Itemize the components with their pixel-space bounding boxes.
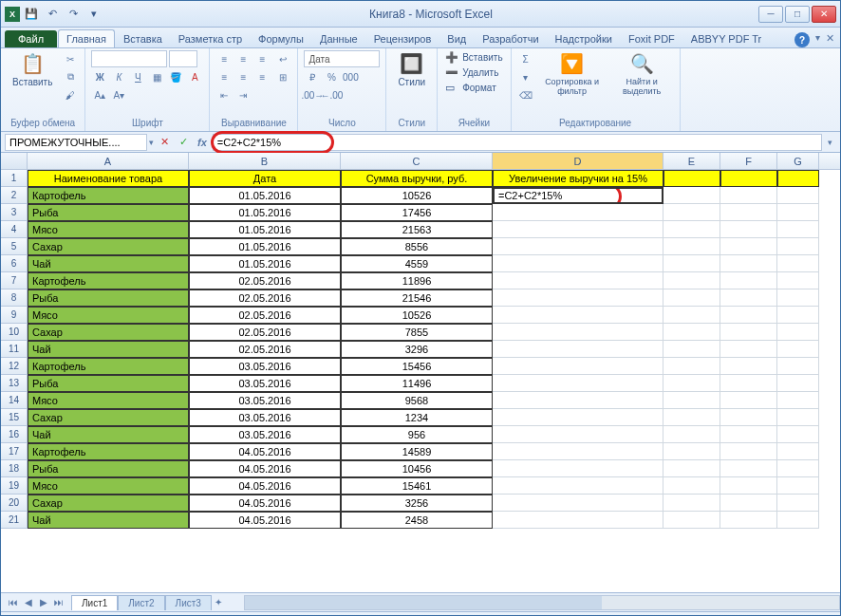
cell-E3[interactable] [663,204,720,221]
cell-D1[interactable]: Увеличение выручки на 15% [493,170,663,187]
font-color-button[interactable]: A [186,68,203,85]
cell-E20[interactable] [663,495,720,512]
tab-insert[interactable]: Вставка [116,30,170,47]
cell-D9[interactable] [493,307,663,324]
mdi-close-icon[interactable]: ✕ [826,32,834,47]
cell-G19[interactable] [777,477,819,495]
cell-C5[interactable]: 8556 [341,238,493,255]
spreadsheet-grid[interactable]: A B C D E F G 1 Наименование товара Дата… [1,153,840,592]
tab-foxit[interactable]: Foxit PDF [621,30,682,47]
cell-C18[interactable]: 10456 [341,460,493,477]
cell-C4[interactable]: 21563 [341,221,493,238]
cell-A14[interactable]: Мясо [28,392,189,409]
name-box[interactable]: ПРОМЕЖУТОЧНЫЕ.... [5,134,147,151]
cell-A3[interactable]: Рыба [28,204,189,221]
cell-D21[interactable] [493,512,663,529]
row-header-2[interactable]: 2 [1,187,28,204]
indent-inc-button[interactable]: ⇥ [234,86,252,103]
cell-A9[interactable]: Мясо [28,307,189,324]
align-center-button[interactable]: ≡ [234,68,252,85]
cell-A1[interactable]: Наименование товара [28,170,189,187]
cell-F9[interactable] [720,307,777,324]
maximize-button[interactable]: □ [785,6,810,23]
tab-review[interactable]: Рецензиров [366,30,439,47]
cell-E1[interactable] [663,170,720,187]
row-header-4[interactable]: 4 [1,221,28,238]
horizontal-scrollbar[interactable] [244,595,840,610]
sheet-nav-prev[interactable]: ◀ [22,596,35,609]
row-header-19[interactable]: 19 [1,477,28,495]
cell-B6[interactable]: 01.05.2016 [189,255,341,272]
cell-C8[interactable]: 21546 [341,289,493,307]
font-size-combo[interactable] [169,50,197,67]
row-header-16[interactable]: 16 [1,426,28,443]
cell-F19[interactable] [720,477,777,495]
qat-dropdown[interactable]: ▾ [84,5,103,24]
cell-D3[interactable] [493,204,663,221]
cell-F12[interactable] [720,358,777,375]
border-button[interactable]: ▦ [148,68,165,85]
cell-A21[interactable]: Чай [28,512,189,529]
cell-C11[interactable]: 3296 [341,341,493,358]
cell-C13[interactable]: 11496 [341,375,493,392]
sheet-nav-last[interactable]: ⏭ [52,596,65,609]
cell-C10[interactable]: 7855 [341,324,493,341]
cell-G7[interactable] [777,272,819,289]
col-header-D[interactable]: D [493,153,663,169]
increase-font-button[interactable]: A▴ [91,86,108,103]
cell-B12[interactable]: 03.05.2016 [189,358,341,375]
tab-pagelayout[interactable]: Разметка стр [171,30,250,47]
cell-D4[interactable] [493,221,663,238]
cell-F15[interactable] [720,409,777,426]
cell-A13[interactable]: Рыба [28,375,189,392]
cell-F6[interactable] [720,255,777,272]
cell-B13[interactable]: 03.05.2016 [189,375,341,392]
align-right-button[interactable]: ≡ [253,68,271,85]
bold-button[interactable]: Ж [91,68,108,85]
cell-C16[interactable]: 956 [341,426,493,443]
cell-F7[interactable] [720,272,777,289]
cell-B4[interactable]: 01.05.2016 [189,221,341,238]
cell-C12[interactable]: 15456 [341,358,493,375]
formula-expand-button[interactable]: ▾ [824,138,836,147]
cell-E5[interactable] [663,238,720,255]
cell-D2[interactable]: =C2+C2*15% [493,187,663,204]
find-select-button[interactable]: 🔍 Найти и выделить [610,50,674,98]
cell-D14[interactable] [493,392,663,409]
decrease-font-button[interactable]: A▾ [110,86,127,103]
cell-A6[interactable]: Чай [28,255,189,272]
percent-button[interactable]: % [323,68,340,85]
tab-formulas[interactable]: Формулы [251,30,311,47]
cell-G12[interactable] [777,358,819,375]
cut-button[interactable]: ✂ [62,50,79,67]
qat-save-button[interactable]: 💾 [22,5,41,24]
col-header-C[interactable]: C [341,153,493,169]
cell-E12[interactable] [663,358,720,375]
cell-D17[interactable] [493,443,663,460]
align-middle-button[interactable]: ≡ [234,50,252,67]
cell-C1[interactable]: Сумма выручки, руб. [341,170,493,187]
fx-icon[interactable]: fx [194,137,211,148]
tab-file[interactable]: Файл [5,30,57,47]
align-bottom-button[interactable]: ≡ [253,50,271,67]
sort-filter-button[interactable]: 🔽 Сортировка и фильтр [538,50,607,98]
cell-D20[interactable] [493,495,663,512]
sheet-tab-1[interactable]: Лист1 [71,595,118,610]
cell-D19[interactable] [493,477,663,495]
cell-A19[interactable]: Мясо [28,477,189,495]
help-icon[interactable]: ? [794,32,810,47]
cell-A11[interactable]: Чай [28,341,189,358]
cell-D5[interactable] [493,238,663,255]
tab-data[interactable]: Данные [312,30,365,47]
cell-B21[interactable]: 04.05.2016 [189,512,341,529]
copy-button[interactable]: ⧉ [62,68,79,85]
cell-G16[interactable] [777,426,819,443]
cell-G3[interactable] [777,204,819,221]
cell-A5[interactable]: Сахар [28,238,189,255]
cell-A10[interactable]: Сахар [28,324,189,341]
cell-G20[interactable] [777,495,819,512]
decrease-decimal-button[interactable]: ←.00 [323,86,340,103]
cell-D8[interactable] [493,289,663,307]
row-header-11[interactable]: 11 [1,341,28,358]
insert-cells-button[interactable]: ➕Вставить [443,50,504,65]
